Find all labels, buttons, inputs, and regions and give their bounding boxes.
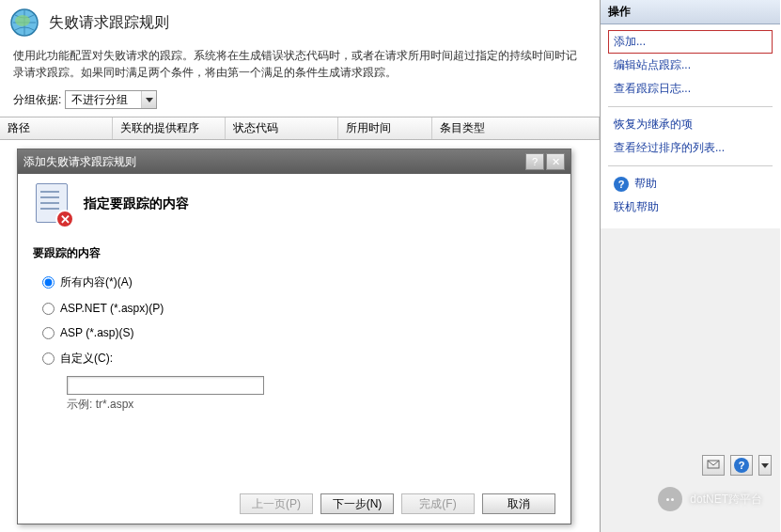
radio-all-input[interactable] bbox=[42, 276, 55, 289]
col-status[interactable]: 状态代码 bbox=[226, 117, 338, 139]
radio-asp-input[interactable] bbox=[42, 327, 55, 339]
chevron-down-icon[interactable] bbox=[141, 91, 156, 108]
cancel-button[interactable]: 取消 bbox=[482, 493, 555, 514]
globe-icon bbox=[9, 8, 39, 38]
help-icon: ? bbox=[614, 177, 629, 192]
col-entry[interactable]: 条目类型 bbox=[432, 117, 600, 139]
column-headers: 路径 关联的提供程序 状态代码 所用时间 条目类型 bbox=[0, 117, 600, 140]
notify-icon[interactable] bbox=[702, 455, 725, 476]
action-edit-trace[interactable]: 编辑站点跟踪... bbox=[608, 54, 773, 77]
radio-aspnet-label: ASP.NET (*.aspx)(P) bbox=[60, 302, 164, 315]
prev-button: 上一页(P) bbox=[240, 493, 313, 514]
separator bbox=[608, 165, 773, 166]
finish-button: 完成(F) bbox=[401, 493, 475, 514]
group-by-label: 分组依据: bbox=[13, 92, 61, 108]
col-path[interactable]: 路径 bbox=[0, 117, 113, 139]
action-view-sorted[interactable]: 查看经过排序的列表... bbox=[608, 136, 773, 160]
radio-asp[interactable]: ASP (*.asp)(S) bbox=[42, 326, 546, 339]
dropdown-icon[interactable] bbox=[758, 455, 772, 476]
add-rule-dialog: 添加失败请求跟踪规则 ? ✕ ✕ 指定要跟踪的内容 要跟踪的内容 所有内容(*)… bbox=[17, 149, 571, 524]
col-time[interactable]: 所用时间 bbox=[338, 117, 432, 139]
next-button[interactable]: 下一步(N) bbox=[320, 493, 394, 514]
action-revert[interactable]: 恢复为继承的项 bbox=[608, 113, 773, 136]
radio-all-label: 所有内容(*)(A) bbox=[60, 274, 133, 290]
radio-asp-label: ASP (*.asp)(S) bbox=[60, 326, 133, 339]
actions-panel: 操作 添加... 编辑站点跟踪... 查看跟踪日志... 恢复为继承的项 查看经… bbox=[600, 0, 780, 532]
example-text: 示例: tr*.aspx bbox=[67, 397, 555, 413]
action-add[interactable]: 添加... bbox=[608, 30, 773, 54]
page-title: 失败请求跟踪规则 bbox=[49, 13, 169, 33]
close-icon[interactable]: ✕ bbox=[546, 153, 565, 170]
action-online-help[interactable]: 联机帮助 bbox=[608, 196, 773, 219]
section-label: 要跟踪的内容 bbox=[33, 245, 555, 261]
radio-all[interactable]: 所有内容(*)(A) bbox=[42, 274, 546, 290]
radio-custom-label: 自定义(C): bbox=[60, 351, 113, 367]
custom-pattern-input[interactable] bbox=[67, 376, 264, 395]
action-help[interactable]: ? 帮助 bbox=[608, 172, 773, 196]
page-description: 使用此功能配置对失败请求的跟踪。系统将在生成错误状态代码时，或者在请求所用时间超… bbox=[0, 41, 600, 90]
dialog-title: 添加失败请求跟踪规则 bbox=[23, 154, 523, 170]
separator bbox=[608, 106, 773, 107]
radio-custom[interactable]: 自定义(C): bbox=[42, 351, 546, 367]
radio-custom-input[interactable] bbox=[42, 352, 55, 365]
radio-aspnet-input[interactable] bbox=[42, 303, 55, 315]
action-view-log[interactable]: 查看跟踪日志... bbox=[608, 77, 773, 101]
actions-title: 操作 bbox=[601, 0, 780, 24]
group-by-select[interactable]: 不进行分组 bbox=[65, 90, 157, 109]
help-button-icon[interactable]: ? bbox=[730, 455, 753, 476]
radio-aspnet[interactable]: ASP.NET (*.aspx)(P) bbox=[42, 302, 546, 315]
help-icon[interactable]: ? bbox=[525, 153, 544, 170]
col-provider[interactable]: 关联的提供程序 bbox=[113, 117, 226, 139]
dialog-subtitle: 指定要跟踪的内容 bbox=[84, 196, 189, 212]
svg-point-1 bbox=[15, 15, 30, 26]
group-by-value: 不进行分组 bbox=[66, 92, 141, 108]
document-error-icon: ✕ bbox=[33, 183, 70, 225]
